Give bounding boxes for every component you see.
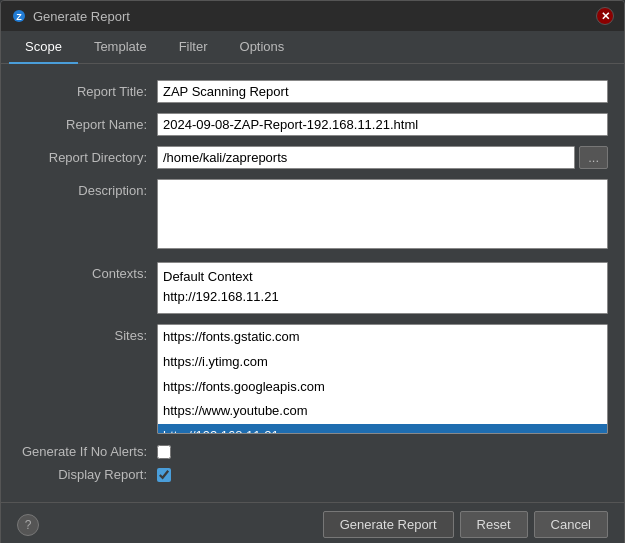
sites-field: https://fonts.gstatic.com https://i.ytim… xyxy=(157,324,608,434)
description-row: Description: xyxy=(17,179,608,252)
sites-item-1[interactable]: https://i.ytimg.com xyxy=(158,350,607,375)
svg-text:Z: Z xyxy=(16,12,22,22)
generate-if-no-alerts-row: Generate If No Alerts: xyxy=(17,444,608,459)
sites-item-4[interactable]: http://192.168.11.21 xyxy=(158,424,607,434)
report-name-row: Report Name: xyxy=(17,113,608,136)
context-line1: Default Context xyxy=(163,267,602,287)
context-line2: http://192.168.11.21 xyxy=(163,287,602,307)
description-field xyxy=(157,179,608,252)
description-input[interactable] xyxy=(157,179,608,249)
display-report-row: Display Report: xyxy=(17,467,608,482)
display-report-label: Display Report: xyxy=(17,467,157,482)
title-bar: Z Generate Report ✕ xyxy=(1,1,624,31)
tab-filter[interactable]: Filter xyxy=(163,31,224,64)
report-title-field xyxy=(157,80,608,103)
form-content: Report Title: Report Name: Report Direct… xyxy=(1,64,624,502)
generate-report-dialog: Z Generate Report ✕ Scope Template Filte… xyxy=(0,0,625,543)
cancel-button[interactable]: Cancel xyxy=(534,511,608,538)
help-button[interactable]: ? xyxy=(17,514,39,536)
sites-item-3[interactable]: https://www.youtube.com xyxy=(158,399,607,424)
generate-if-no-alerts-label: Generate If No Alerts: xyxy=(17,444,157,459)
browse-button[interactable]: ... xyxy=(579,146,608,169)
report-directory-row: Report Directory: ... xyxy=(17,146,608,169)
tab-options[interactable]: Options xyxy=(224,31,301,64)
app-icon: Z xyxy=(11,8,27,24)
generate-report-button[interactable]: Generate Report xyxy=(323,511,454,538)
report-title-input[interactable] xyxy=(157,80,608,103)
generate-if-no-alerts-checkbox[interactable] xyxy=(157,445,171,459)
contexts-field: Default Context http://192.168.11.21 xyxy=(157,262,608,314)
reset-button[interactable]: Reset xyxy=(460,511,528,538)
close-button[interactable]: ✕ xyxy=(596,7,614,25)
display-report-checkbox[interactable] xyxy=(157,468,171,482)
footer: ? Generate Report Reset Cancel xyxy=(1,502,624,543)
report-directory-label: Report Directory: xyxy=(17,146,157,165)
dialog-title: Generate Report xyxy=(33,9,130,24)
sites-row: Sites: https://fonts.gstatic.com https:/… xyxy=(17,324,608,434)
footer-right: Generate Report Reset Cancel xyxy=(323,511,608,538)
report-name-field xyxy=(157,113,608,136)
report-name-input[interactable] xyxy=(157,113,608,136)
report-directory-input[interactable] xyxy=(157,146,575,169)
tab-scope[interactable]: Scope xyxy=(9,31,78,64)
description-label: Description: xyxy=(17,179,157,198)
report-directory-field: ... xyxy=(157,146,608,169)
tab-template[interactable]: Template xyxy=(78,31,163,64)
sites-label: Sites: xyxy=(17,324,157,343)
contexts-box: Default Context http://192.168.11.21 xyxy=(157,262,608,314)
tab-bar: Scope Template Filter Options xyxy=(1,31,624,64)
dir-row: ... xyxy=(157,146,608,169)
report-title-label: Report Title: xyxy=(17,80,157,99)
title-bar-left: Z Generate Report xyxy=(11,8,130,24)
sites-item-0[interactable]: https://fonts.gstatic.com xyxy=(158,325,607,350)
report-title-row: Report Title: xyxy=(17,80,608,103)
contexts-label: Contexts: xyxy=(17,262,157,281)
sites-list[interactable]: https://fonts.gstatic.com https://i.ytim… xyxy=(157,324,608,434)
sites-item-2[interactable]: https://fonts.googleapis.com xyxy=(158,375,607,400)
footer-left: ? xyxy=(17,514,39,536)
contexts-row: Contexts: Default Context http://192.168… xyxy=(17,262,608,314)
report-name-label: Report Name: xyxy=(17,113,157,132)
